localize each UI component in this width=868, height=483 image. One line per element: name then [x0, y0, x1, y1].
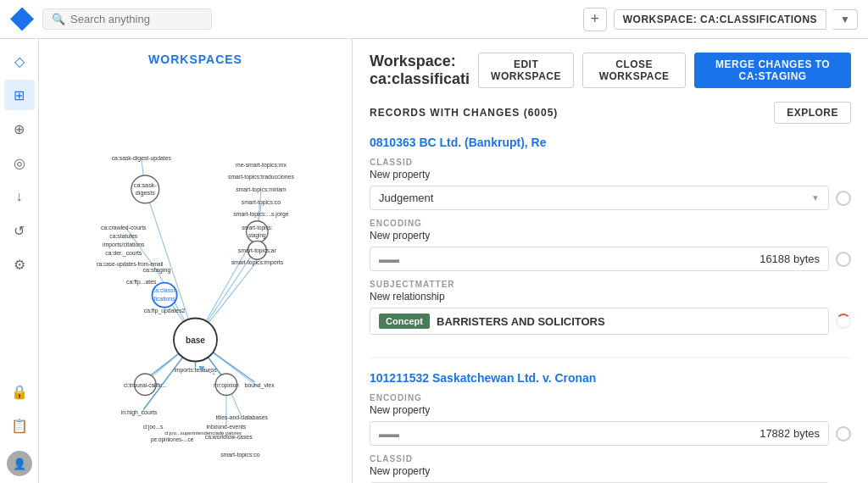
svg-text:ca:crawled-courts: ca:crawled-courts — [101, 225, 147, 230]
sidebar-item-globe[interactable]: ◎ — [4, 147, 35, 178]
record-item: 0810363 BC Ltd. (Bankrupt), Re CLASSID N… — [370, 136, 851, 358]
svg-text:me-smart-topics:mx: me-smart-topics:mx — [236, 162, 287, 169]
svg-text:fications: fications — [154, 296, 176, 302]
search-bar[interactable]: 🔍 — [42, 8, 212, 30]
classid-value: Judgement — [379, 192, 433, 204]
svg-text:smart-topics:miriam: smart-topics:miriam — [236, 186, 287, 193]
svg-text:ca:der._courts: ca:der._courts — [105, 250, 142, 257]
classid-radio[interactable] — [836, 191, 851, 206]
loading-spinner — [836, 314, 851, 329]
svg-text:inbound-events: inbound-events — [207, 424, 247, 430]
field-label-classid-2: CLASSID — [370, 454, 851, 464]
merge-changes-button[interactable]: MERGE CHANGES TO CA:STAGING — [694, 53, 851, 88]
edit-workspace-button[interactable]: EDIT WORKSPACE — [478, 53, 574, 88]
svg-text:ca:staging: ca:staging — [142, 266, 170, 274]
svg-text:ca:sask-: ca:sask- — [134, 181, 158, 189]
logo-icon[interactable] — [10, 8, 34, 31]
records-header: RECORDS WITH CHANGES (6005) EXPLORE — [370, 102, 851, 124]
sidebar-item-grid[interactable]: ⊞ — [4, 80, 35, 110]
top-navigation: 🔍 + WORKSPACE: CA:CLASSIFICATIONS ▼ — [0, 0, 868, 39]
svg-text:smart-topics:co: smart-topics:co — [242, 199, 281, 206]
sidebar-item-layers[interactable]: ⊕ — [4, 114, 35, 144]
svg-text:in:high_courts: in:high_courts — [121, 409, 158, 416]
records-title: RECORDS WITH CHANGES (6005) — [370, 107, 774, 119]
field-encoding-2: ENCODING New property ▬▬ 17882 bytes — [370, 393, 851, 446]
sidebar-item-download[interactable]: ↓ — [4, 181, 35, 212]
svg-text:mr:opinion: mr:opinion — [214, 382, 239, 389]
svg-text:smart-topics:: smart-topics: — [242, 225, 273, 231]
encoding-radio[interactable] — [836, 252, 851, 267]
svg-text:imports/citations: imports/citations — [103, 242, 145, 248]
classid-dropdown[interactable]: Judgement ▼ — [370, 186, 829, 210]
field-sublabel-encoding: New property — [370, 230, 851, 242]
field-sublabel-classid: New property — [370, 169, 851, 180]
record-item: 101211532 Saskatchewan Ltd. v. Cronan EN… — [370, 371, 851, 483]
svg-text:ca:sask-digest-updates: ca:sask-digest-updates — [112, 155, 172, 162]
workspace-header: Workspace: ca:classificati EDIT WORKSPAC… — [370, 53, 851, 88]
field-subjectmatter: SUBJECTMATTER New relationship Concept B… — [370, 280, 851, 335]
field-value-row-classid: Judgement ▼ — [370, 186, 851, 210]
field-label-encoding: ENCODING — [370, 219, 851, 228]
chevron-down-icon: ▼ — [811, 193, 820, 203]
field-value-row-subjectmatter: Concept BARRISTERS AND SOLICITORS — [370, 308, 851, 335]
bytes-icon: ▬▬ — [379, 253, 399, 265]
svg-text:staging: staging — [248, 232, 266, 239]
svg-text:ca:classi-: ca:classi- — [153, 287, 176, 293]
field-sublabel-encoding-2: New property — [370, 404, 851, 416]
svg-text:ca:ftp...ates: ca:ftp...ates — [126, 279, 157, 286]
svg-text:smart-topics:traducciones: smart-topics:traducciones — [228, 174, 294, 180]
record-link[interactable]: 0810363 BC Ltd. (Bankrupt), Re — [370, 136, 851, 149]
svg-text:smart-topics:co: smart-topics:co — [220, 452, 259, 458]
field-classid-2: CLASSID New property Judgement ▼ — [370, 454, 851, 483]
close-workspace-button[interactable]: CLOSE WORKSPACE — [582, 53, 686, 88]
svg-text:bound_vlex: bound_vlex — [245, 382, 275, 389]
svg-text:ca:ftp_updates2: ca:ftp_updates2 — [144, 308, 186, 314]
sidebar-item-settings[interactable]: ⚙ — [4, 249, 35, 280]
encoding-2-radio[interactable] — [836, 426, 851, 441]
explore-button[interactable]: EXPLORE — [774, 102, 851, 124]
field-label-subjectmatter: SUBJECTMATTER — [370, 280, 851, 289]
nav-right: + WORKSPACE: CA:CLASSIFICATIONS ▼ — [583, 8, 858, 31]
sidebar-item-diamond[interactable]: ◇ — [4, 46, 35, 76]
graph-panel-title: WORKSPACES — [53, 53, 338, 66]
search-input[interactable] — [70, 13, 203, 25]
search-icon: 🔍 — [52, 13, 65, 25]
bytes-icon-2: ▬▬ — [379, 428, 399, 440]
workspace-title: Workspace: ca:classificati — [370, 53, 470, 88]
right-panel: Workspace: ca:classificati EDIT WORKSPAC… — [353, 39, 868, 483]
svg-text:ca:statutes: ca:statutes — [109, 233, 138, 239]
add-button[interactable]: + — [583, 8, 607, 31]
svg-text:smart-topics:...s.jorge: smart-topics:...s.jorge — [233, 211, 288, 218]
subjectmatter-value-display: Concept BARRISTERS AND SOLICITORS — [370, 308, 829, 335]
concept-tag: Concept — [379, 314, 430, 329]
sidebar-item-clipboard[interactable]: 📋 — [4, 410, 35, 441]
svg-text:smart-topics:imports: smart-topics:imports — [231, 259, 284, 266]
svg-text:ca:workflow-cases: ca:workflow-cases — [205, 434, 253, 440]
encoding-2-value-display: ▬▬ 17882 bytes — [370, 421, 829, 446]
svg-text:smart-topics:ar: smart-topics:ar — [238, 247, 277, 254]
workspace-graph[interactable]: base ca:sask- digests ca:sask-digest-upd… — [53, 75, 338, 466]
workspace-dropdown-button[interactable]: ▼ — [833, 9, 858, 30]
record-link-2[interactable]: 101211532 Saskatchewan Ltd. v. Cronan — [370, 371, 851, 385]
encoding-2-value: 17882 bytes — [760, 427, 820, 440]
sidebar-item-lock[interactable]: 🔒 — [4, 376, 35, 407]
svg-text:cl:tribunal-calific...: cl:tribunal-calific... — [124, 382, 167, 388]
graph-panel: WORKSPACES — [39, 39, 353, 483]
encoding-value: 16188 bytes — [760, 253, 820, 265]
field-label-classid: CLASSID — [370, 158, 851, 167]
svg-text:pe:opiniones-...ce: pe:opiniones-...ce — [151, 436, 194, 443]
main-area: ◇ ⊞ ⊕ ◎ ↓ ↺ ⚙ 🔒 📋 👤 WORKSPACES — [0, 39, 868, 483]
sidebar-item-refresh[interactable]: ↺ — [4, 215, 35, 246]
concept-value: BARRISTERS AND SOLICITORS — [437, 315, 820, 328]
svg-text:ca:case-updates-from-email: ca:case-updates-from-email — [97, 261, 164, 268]
svg-text:titles-and-databases: titles-and-databases — [215, 414, 268, 420]
field-encoding: ENCODING New property ▬▬ 16188 bytes — [370, 219, 851, 271]
avatar-container: 👤 — [7, 451, 32, 476]
sidebar: ◇ ⊞ ⊕ ◎ ↓ ↺ ⚙ 🔒 📋 👤 — [0, 39, 39, 483]
encoding-value-display: ▬▬ 16188 bytes — [370, 247, 829, 271]
workspace-label: WORKSPACE: CA:CLASSIFICATIONS — [614, 9, 826, 30]
field-sublabel-subjectmatter: New relationship — [370, 291, 851, 303]
user-avatar[interactable]: 👤 — [7, 451, 32, 476]
content-area: WORKSPACES — [39, 39, 868, 483]
field-value-row-encoding: ▬▬ 16188 bytes — [370, 247, 851, 271]
